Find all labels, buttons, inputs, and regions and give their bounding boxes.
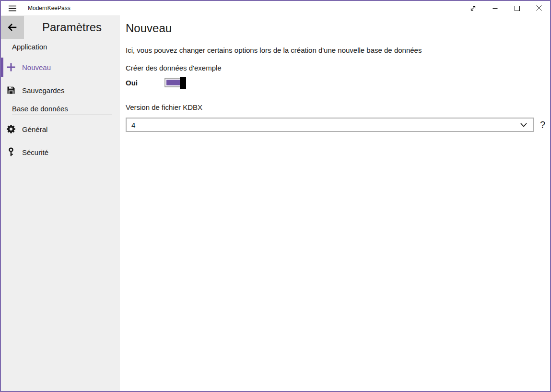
sidebar-item-label: Sécurité (22, 148, 48, 156)
close-button[interactable] (528, 1, 550, 15)
hamburger-icon (9, 5, 16, 12)
sidebar-item-label: Général (22, 125, 47, 133)
section-label-base-de-donnees: Base de données (12, 105, 112, 115)
sample-data-toggle[interactable] (164, 78, 186, 87)
selection-indicator (1, 58, 3, 77)
sidebar-item-nouveau[interactable]: Nouveau (1, 58, 120, 77)
hamburger-menu-button[interactable] (1, 1, 24, 15)
minimize-button[interactable] (484, 1, 506, 15)
sidebar-item-sauvegardes[interactable]: Sauvegardes (1, 81, 120, 100)
sample-data-toggle-row: Oui (126, 76, 546, 89)
back-arrow-icon (7, 22, 18, 33)
key-icon (6, 147, 16, 157)
settings-sidebar: Paramètres Application Nouveau (1, 15, 120, 391)
save-icon (6, 85, 16, 95)
chevron-down-icon (520, 123, 527, 127)
toggle-knob[interactable] (180, 77, 186, 89)
back-button[interactable] (1, 16, 24, 39)
kdbx-version-row: 4 ? (126, 118, 546, 132)
titlebar: ModernKeePass (1, 1, 550, 15)
kdbx-version-select[interactable]: 4 (126, 118, 534, 132)
sidebar-header: Paramètres (1, 16, 120, 39)
maximize-button[interactable] (506, 1, 528, 15)
page-description: Ici, vous pouvez changer certains option… (126, 46, 546, 54)
fullscreen-icon (470, 5, 476, 12)
kdbx-help-button[interactable]: ? (540, 120, 545, 130)
minimize-icon (492, 6, 498, 11)
sample-data-label: Créer des données d'exemple (126, 64, 546, 72)
sidebar-item-label: Sauvegardes (22, 86, 64, 95)
settings-panel-nouveau: Nouveau Ici, vous pouvez changer certain… (120, 15, 550, 391)
close-icon (536, 5, 542, 11)
fullscreen-button[interactable] (462, 1, 484, 15)
gear-icon (6, 124, 16, 134)
plus-icon (6, 62, 16, 72)
section-label-application: Application (12, 43, 112, 53)
kdbx-version-value: 4 (131, 121, 135, 129)
maximize-icon (515, 6, 520, 11)
toggle-state-label: Oui (126, 79, 164, 87)
app-title: ModernKeePass (28, 5, 70, 12)
page-title: Nouveau (126, 21, 546, 36)
kdbx-version-label: Version de fichier KDBX (126, 103, 546, 111)
sidebar-item-label: Nouveau (22, 63, 51, 71)
sidebar-item-general[interactable]: Général (1, 119, 120, 139)
sidebar-item-securite[interactable]: Sécurité (1, 143, 120, 162)
app-window: ModernKeePass (0, 0, 551, 392)
settings-title: Paramètres (24, 16, 120, 39)
